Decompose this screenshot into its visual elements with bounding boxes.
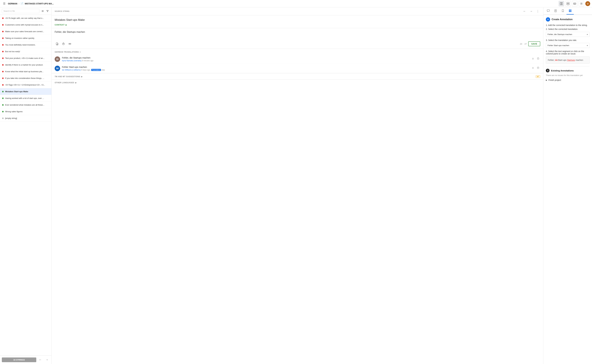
list-item[interactable]: Ever wondered what mistakes are all thes… [0,102,52,108]
sidebar-item-label: Make sure your sales forecasts are corre… [5,30,44,32]
translation-input[interactable]: Fehler, die Startups machen [55,31,540,40]
translation-entry-content-2: Fehler Start-ups machen Ian Williams (i.… [62,66,530,71]
sidebar: <0>To begin with, we can safely say that… [0,7,52,364]
total-chars: 27 [525,43,526,45]
char-separator: · [523,43,524,45]
context-label: CONTEXT [55,24,65,26]
status-dot [2,78,4,79]
list-item[interactable]: Wrong sales figures [0,108,52,115]
svg-rect-21 [537,67,539,69]
create-annotation-plus-icon: + [546,17,550,21]
avatar-williams: IW [55,66,60,71]
sidebar-footer: 18 STRINGS ← → [0,355,52,364]
list-item[interactable]: Taking on investors rather quickly [0,35,52,42]
list-item[interactable]: If you take into consideration these thi… [0,75,52,82]
create-annotation-header: + Create Annotation [546,17,590,21]
other-languages-header[interactable]: OTHER LANGUAGES ▶ [52,79,543,85]
context-row[interactable]: CONTEXT ▶ [55,24,540,28]
svg-rect-15 [56,43,58,45]
mt-badge: MT [536,75,540,78]
delete-translation-1[interactable] [536,56,540,61]
existing-annotations-title: Existing Annotations [551,69,574,72]
list-item[interactable]: Make sure your sales forecasts are corre… [0,28,52,35]
list-item[interactable]: Know what the initial start-up business … [0,68,52,75]
no-issues-text: There are no issues for this translation… [546,74,590,77]
layout2-button[interactable] [565,1,571,6]
sidebar-item-label: Customers come with myriad excuses to n.… [5,24,44,26]
breadcrumb-arrow: › [19,2,19,5]
list-item[interactable]: <0>To begin with, we can safely say that… [0,15,52,21]
status-dot [2,24,4,26]
svg-rect-16 [63,43,64,45]
list-item[interactable]: Mistakes Start-ups Make [0,88,52,95]
translation-text-2: Fehler Start-ups machen [62,66,530,68]
sidebar-item-label: Test your product, </0><1>make sure of a… [5,57,45,59]
split-button[interactable] [67,41,72,46]
nav-next-button[interactable]: → [529,9,533,14]
tab-comment[interactable] [545,7,552,14]
sidebar-item-label: Mistakes Start-ups Make [5,90,28,93]
delete-translation-2[interactable] [536,66,540,70]
annotation-text-preview[interactable]: Fehler; dieStart-ups Startups machen [546,56,590,64]
svg-rect-20 [537,58,539,59]
suggestions-header[interactable]: TM AND MT SUGGESTIONS ▶ MT [52,73,543,79]
breadcrumb: GERMAN › 📄 MISTAKES START-UPS MA... [8,2,54,5]
list-item[interactable]: Identify if there is a market for your p… [0,62,52,68]
sidebar-item-label: <0>To begin with, we can safely say that… [5,17,44,19]
settings-button[interactable] [579,1,584,6]
copy-button[interactable] [55,41,60,46]
keyboard-button[interactable] [572,1,578,6]
current-chars: 23 [520,43,522,45]
status-dot [2,111,4,112]
author-namaka[interactable]: Iryna Namaka (namaka) [62,60,81,62]
tab-bookmark[interactable] [559,7,566,14]
finish-project[interactable]: ▶ Finish project [546,79,590,81]
nav-prev-button[interactable]: ← [522,9,527,14]
menu-icon[interactable]: ☰ [2,1,7,6]
list-icon[interactable] [40,9,45,13]
prev-string-button[interactable]: ← [38,357,43,363]
char-count: 23 · 27 [520,43,527,45]
filter-icon[interactable] [45,9,50,13]
author-williams[interactable]: Ian Williams (i.williams) [62,69,81,71]
list-item[interactable]: Customers come with myriad excuses to n.… [0,21,52,28]
save-button[interactable]: SAVE [528,41,540,46]
tab-glossary[interactable] [552,7,559,14]
status-dot [2,31,4,32]
select-rated-translation: Fehler Start-ups machen Fehler, die Star… [546,43,590,48]
german-translations-arrow: ▾ [80,51,81,53]
source-string-section: Mistakes Start-ups Make CONTEXT ▶ [52,15,543,28]
status-dot [2,38,4,39]
status-dot [2,91,4,92]
tab-annotation[interactable] [566,7,574,14]
more-options-button[interactable]: ⋮ [535,9,540,14]
list-item[interactable]: You most definitely need investors. [0,42,52,48]
list-item[interactable]: Test your product, </0><1>make sure of a… [0,55,52,62]
list-item[interactable]: [empty string] [0,115,52,122]
svg-rect-1 [561,2,563,5]
list-item[interactable]: <0>Tags:</0><1> <2>Entrepreneur</2>, <3.… [0,82,52,88]
avatar[interactable]: U [585,1,590,6]
search-input[interactable] [2,9,39,13]
breadcrumb-language: GERMAN [8,2,17,5]
step-label: step [101,69,105,71]
annotation-step-3: 3. Select the translation you rate. [546,39,590,41]
sidebar-item-label: You most definitely need investors. [5,44,35,46]
translation-entry: IN Fehler, die Startups machen Iryna Nam… [52,55,543,64]
delete-button[interactable] [61,41,66,46]
translation-meta-2: Ian Williams (i.williams) 9 days ago, Tr… [62,69,530,71]
list-item[interactable]: But not too early! [0,48,52,55]
corrected-translation-select[interactable]: Fehler, die Startups machen Fehler Start… [546,32,590,37]
german-translations-header[interactable]: GERMAN TRANSLATIONS ▾ [52,49,543,55]
next-string-button[interactable]: → [44,357,50,363]
rated-translation-select[interactable]: Fehler Start-ups machen Fehler, die Star… [546,43,590,48]
existing-annotations-header: ℹ Existing Annotations [546,69,590,72]
layout1-button[interactable] [559,1,564,6]
sidebar-item-label: Ever wondered what mistakes are all thes… [5,104,45,106]
existing-annotations-icon: ℹ [546,69,550,72]
status-dot [2,58,4,59]
list-item[interactable]: Having worked with a lot of start ups, o… [0,95,52,102]
preview-normal-2: Start-ups [558,59,567,61]
sidebar-item-label: [empty string] [5,117,17,119]
select-corrected-translation: Fehler, die Startups machen Fehler Start… [546,32,590,37]
